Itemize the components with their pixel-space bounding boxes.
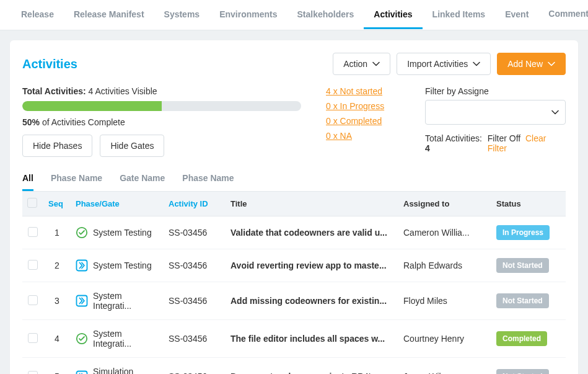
cell-seq: 3	[43, 282, 71, 320]
select-all-checkbox[interactable]	[27, 198, 37, 208]
toggle-row: Hide Phases Hide Gates	[22, 135, 301, 157]
tab-stalkeholders[interactable]: Stalkeholders	[287, 1, 364, 29]
subtab-gate-name[interactable]: Gate Name	[120, 167, 165, 191]
status-filter-link[interactable]: 4 x Not started	[326, 86, 400, 96]
gate-arrow-icon	[76, 259, 88, 272]
table-header: Seq Phase/Gate Activity ID Title Assigne…	[22, 192, 566, 216]
status-filter-link[interactable]: 0 x NA	[326, 131, 400, 141]
cell-phase: Simulation Testi...	[71, 358, 164, 375]
total-label: Total Activities:	[22, 86, 86, 96]
tab-activities[interactable]: Activities	[364, 1, 422, 29]
header-seq[interactable]: Seq	[43, 192, 71, 216]
filter-label: Filter by Assigne	[425, 86, 566, 96]
cell-title[interactable]: Avoid reverting review app to maste...	[226, 249, 398, 282]
tab-release-manifest[interactable]: Release Manifest	[64, 1, 154, 29]
tab-systems[interactable]: Systems	[154, 1, 210, 29]
panel-title: Activities	[22, 57, 77, 71]
cell-status: Not Started	[491, 282, 566, 320]
phase-label: System Testing	[93, 228, 152, 238]
chevron-down-icon	[473, 61, 480, 66]
cell-assigned: Ralph Edwards	[398, 249, 491, 282]
subtab-all[interactable]: All	[22, 167, 33, 191]
row-checkbox[interactable]	[28, 295, 38, 305]
cell-seq: 4	[43, 320, 71, 358]
cell-status: Completed	[491, 320, 566, 358]
tab-linked-items[interactable]: Linked Items	[423, 1, 496, 29]
tab-event[interactable]: Event	[495, 1, 538, 29]
phase-label: Simulation Testi...	[93, 367, 159, 374]
cell-title[interactable]: Document and communicate RP Ite...	[226, 358, 398, 375]
status-links: 4 x Not started0 x In Progress0 x Comple…	[326, 86, 400, 157]
summary-row: Total Activities: 4 Activities Visible 5…	[22, 86, 566, 157]
header-status[interactable]: Status	[491, 192, 566, 216]
subtab-phase-name[interactable]: Phase Name	[182, 167, 234, 191]
cell-title[interactable]: The file editor includes all spaces w...	[226, 320, 398, 358]
cell-title[interactable]: Add missing codeowners for existin...	[226, 282, 398, 320]
complete-line: 50% of Activities Complete	[22, 117, 301, 127]
assignee-filter-select[interactable]	[425, 100, 566, 125]
cell-assigned: Courtney Henry	[398, 320, 491, 358]
check-circle-icon	[76, 226, 88, 239]
status-badge: Completed	[496, 331, 547, 346]
hide-gates-button[interactable]: Hide Gates	[100, 135, 164, 157]
tab-release[interactable]: Release	[11, 1, 64, 29]
header-checkbox-col	[22, 192, 43, 216]
complete-pct: 50%	[22, 117, 40, 127]
total-activities-footer: Total Activities: 4	[425, 133, 488, 153]
status-badge: Not Started	[496, 293, 549, 308]
table-row[interactable]: 1System TestingSS-03456Validate that cod…	[22, 216, 566, 249]
cell-phase: System Testing	[71, 249, 164, 282]
chevron-down-icon	[372, 61, 380, 66]
status-badge: Not Started	[496, 369, 549, 374]
row-checkbox[interactable]	[28, 227, 38, 237]
cell-phase: System Testing	[71, 216, 164, 249]
header-phase[interactable]: Phase/Gate	[71, 192, 164, 216]
status-filter-link[interactable]: 0 x In Progress	[326, 101, 400, 111]
cell-seq: 1	[43, 216, 71, 249]
row-checkbox[interactable]	[28, 371, 38, 375]
cell-status: Not Started	[491, 358, 566, 375]
header-title[interactable]: Title	[226, 192, 398, 216]
cell-assigned: Jenny Wilson	[398, 358, 491, 375]
table-row[interactable]: 4System Integrati...SS-03456The file edi…	[22, 320, 566, 358]
cell-title[interactable]: Validate that codeowners are valid u...	[226, 216, 398, 249]
subtab-phase-name[interactable]: Phase Name	[51, 167, 102, 191]
cell-activity-id: SS-03456	[164, 320, 226, 358]
cell-seq: 2	[43, 249, 71, 282]
filter-state: Filter Off Clear Filter	[488, 133, 566, 153]
chevron-down-icon	[548, 61, 555, 66]
cell-seq: 5	[43, 358, 71, 375]
add-new-label: Add New	[507, 59, 543, 69]
status-filter-link[interactable]: 0 x Completed	[326, 116, 400, 126]
progress-bar	[22, 101, 301, 111]
action-dropdown[interactable]: Action	[333, 53, 390, 75]
filter-section: Filter by Assigne Total Activities: 4 Fi…	[425, 86, 566, 157]
panel-actions: Action Import Activities Add New	[333, 53, 566, 75]
table-row[interactable]: 5Simulation Testi...SS-03456Document and…	[22, 358, 566, 375]
cell-assigned: Cameron Willia...	[398, 216, 491, 249]
chevron-down-icon	[551, 110, 559, 115]
row-checkbox[interactable]	[28, 333, 38, 343]
table-row[interactable]: 2System TestingSS-03456Avoid reverting r…	[22, 249, 566, 282]
progress-fill	[22, 101, 162, 111]
cell-activity-id: SS-03456	[164, 249, 226, 282]
phase-label: System Integrati...	[93, 329, 159, 349]
cell-activity-id: SS-03456	[164, 216, 226, 249]
row-checkbox[interactable]	[28, 260, 38, 270]
tab-comments[interactable]: Comments1	[538, 0, 588, 30]
tab-environments[interactable]: Environments	[209, 1, 287, 29]
action-label: Action	[343, 59, 367, 69]
header-activity-id[interactable]: Activity ID	[164, 192, 226, 216]
gate-arrow-icon	[76, 370, 88, 374]
import-activities-dropdown[interactable]: Import Activities	[397, 53, 491, 75]
filter-off-label: Filter Off	[488, 133, 520, 143]
cell-phase: System Integrati...	[71, 320, 164, 358]
cell-phase: System Integrati...	[71, 282, 164, 320]
activities-table: Seq Phase/Gate Activity ID Title Assigne…	[22, 192, 566, 374]
header-assigned[interactable]: Assigned to	[398, 192, 491, 216]
complete-rest: of Activities Complete	[40, 117, 125, 127]
hide-phases-button[interactable]: Hide Phases	[22, 135, 92, 157]
add-new-button[interactable]: Add New	[497, 53, 566, 75]
table-row[interactable]: 3System Integrati...SS-03456Add missing …	[22, 282, 566, 320]
activities-panel: Activities Action Import Activities Add …	[10, 40, 578, 374]
